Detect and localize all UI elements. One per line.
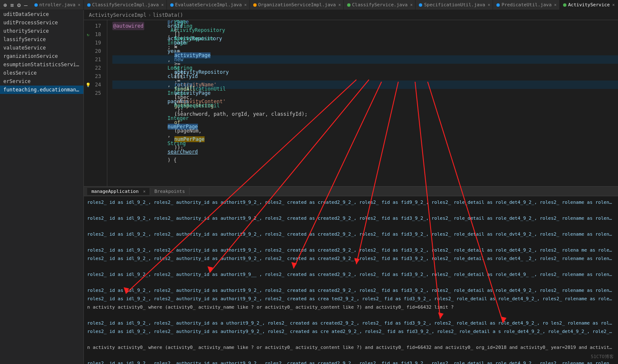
tab-specificationutil[interactable]: SpecificationUtil.java × bbox=[415, 0, 493, 10]
of-params: (pageNum, bbox=[174, 128, 205, 134]
tab-icons: ⊕ ≡ ⚙ — bbox=[0, 0, 31, 10]
sql-line-4: roles2_ id as idl_9_2_, roles2_ authorit… bbox=[87, 231, 615, 238]
tab-dot-controller bbox=[34, 3, 38, 7]
tab-close-predicateutil[interactable]: × bbox=[554, 3, 557, 7]
tab-label-classifyservice: ClassifyService.java bbox=[352, 2, 408, 8]
sql-line-10 bbox=[87, 279, 615, 286]
sidebar-item-authorityservice[interactable]: uthorityService bbox=[0, 27, 83, 35]
bottom-tab-breakpoints-label: Breakpoints bbox=[154, 189, 185, 194]
gutter-icon-20 bbox=[84, 47, 92, 55]
right-panel: ActivityServiceImpl › listData() ↻ bbox=[84, 10, 618, 364]
gutter-icons: ↻ 💡 bbox=[84, 20, 92, 186]
sql-output-area: roles2_ id as idl_9_2_, roles2_ authorit… bbox=[84, 196, 618, 364]
tab-organizationserviceimpl[interactable]: OrganizationServiceImpl.java × bbox=[250, 0, 344, 10]
sql-line-17 bbox=[87, 336, 615, 343]
sidebar-item-classifyservice[interactable]: lassifyService bbox=[0, 35, 83, 44]
sql-output-content: roles2_ id as idl_9_2_, roles2_ authorit… bbox=[84, 197, 618, 364]
gutter-icon-17 bbox=[84, 22, 92, 30]
sidebar-item-erservice[interactable]: erService bbox=[0, 77, 83, 86]
sidebar-item-organizationservice[interactable]: rganizationService bbox=[0, 52, 83, 60]
content-area: uditDataService uditProcessService uthor… bbox=[0, 10, 618, 364]
bottom-tab-breakpoints[interactable]: Breakpoints bbox=[150, 188, 190, 195]
gutter-icon-18: ↻ bbox=[84, 30, 92, 39]
tab-close-specificationutil[interactable]: × bbox=[488, 3, 490, 7]
tab-dot-organizationserviceimpl bbox=[253, 3, 257, 7]
tab-bar: ⊕ ≡ ⚙ — ntroller.java × ClassifyServiceI… bbox=[0, 0, 618, 10]
sidebar-item-auditdataservice[interactable]: uditDataService bbox=[0, 10, 83, 18]
code-line-25: return activityPage ; bbox=[112, 89, 618, 97]
gutter-icon-23 bbox=[84, 72, 92, 81]
tab-close-classifyserviceimpl[interactable]: × bbox=[161, 3, 164, 7]
tab-classifyservice[interactable]: ClassifyService.java × bbox=[344, 0, 416, 10]
breadcrumb-bar: ActivityServiceImpl › listData() bbox=[84, 10, 618, 20]
bottom-tab-manage-close[interactable]: × bbox=[143, 189, 145, 194]
tab-close-evaluateserviceimpl[interactable]: × bbox=[244, 3, 247, 7]
tab-label-classifyserviceimpl: ClassifyServiceImpl.java bbox=[92, 2, 159, 8]
tab-label-activityservice: ActivityService bbox=[568, 2, 610, 8]
sql-line-11: roles2_ id as idl_9_2_, roles2_ authorit… bbox=[87, 287, 615, 294]
tab-evaluateserviceimpl[interactable]: EvaluateServiceImpl.java × bbox=[167, 0, 250, 10]
tab-label-evaluateserviceimpl: EvaluateServiceImpl.java bbox=[175, 2, 242, 8]
breadcrumb-class: ActivityServiceImpl bbox=[89, 12, 146, 18]
code-editor: ↻ 💡 17 18 bbox=[84, 20, 618, 186]
sql-line-9: roles2_ id as idl_9_2_, roles2_ authorit… bbox=[87, 271, 615, 278]
sidebar-item-auditprocessservice[interactable]: uditProcessService bbox=[0, 18, 83, 27]
bottom-tab-manageapplication[interactable]: manageApplication × bbox=[87, 188, 150, 195]
tab-activityservice[interactable]: ActivityService × bbox=[560, 0, 618, 10]
sql-line-20: roles2_ id as idl_9_2_, roles2_ authorit… bbox=[87, 360, 615, 364]
line-num-17: 17 bbox=[92, 22, 104, 30]
line-num-19: 19 bbox=[92, 39, 104, 47]
tab-classifyserviceimpl[interactable]: ClassifyServiceImpl.java × bbox=[84, 0, 167, 10]
code-25-content: return activityPage ; bbox=[112, 72, 210, 114]
tab-dot-classifyservice bbox=[347, 3, 351, 7]
line-num-21: 21 bbox=[92, 55, 104, 64]
watermark: 51CTO博客 bbox=[591, 354, 614, 360]
editor-with-output: ActivityServiceImpl › listData() ↻ bbox=[84, 10, 618, 364]
sidebar-item-funteaching[interactable]: funteaching.educationmanage.Servi bbox=[0, 86, 83, 94]
var-activitypage-highlight: activityPage bbox=[174, 52, 211, 58]
tab-close-organizationserviceimpl[interactable]: × bbox=[338, 3, 341, 7]
tab-predicateutil[interactable]: PredicateUtil.java × bbox=[493, 0, 560, 10]
sidebar-item-evaluateservice[interactable]: valuateService bbox=[0, 44, 83, 52]
tab-label-organizationserviceimpl: OrganizationServiceImpl.java bbox=[258, 2, 336, 8]
sidebar-item-rolesservice[interactable]: olesService bbox=[0, 69, 83, 77]
gutter-icon-21 bbox=[84, 55, 92, 64]
sql-line-12: roles2_ id as idl_9_2_, roles2_ authorit… bbox=[87, 295, 615, 303]
page-wrapper: ⊕ ≡ ⚙ — ntroller.java × ClassifyServiceI… bbox=[0, 0, 618, 364]
breadcrumb-method: listData() bbox=[153, 12, 183, 18]
nav-icon-4[interactable]: — bbox=[23, 2, 28, 8]
nav-icon-1[interactable]: ⊕ bbox=[3, 2, 8, 8]
sql-line-where-1: n activity activity0_ where (activity0_ … bbox=[87, 304, 615, 311]
bottom-tabs-panel: manageApplication × Breakpoints bbox=[84, 186, 618, 196]
code-lines: @autowired private ActivityRepository ac… bbox=[107, 20, 618, 186]
tab-dot-classifyserviceimpl bbox=[87, 3, 91, 7]
tab-controller[interactable]: ntroller.java × bbox=[31, 0, 84, 10]
semicolon-25: ; bbox=[174, 99, 177, 104]
kw-return: return bbox=[174, 82, 196, 88]
line-num-23: 23 bbox=[92, 72, 104, 81]
tab-close-controller[interactable]: × bbox=[78, 3, 80, 7]
tab-label-predicateutil: PredicateUtil.java bbox=[501, 2, 551, 8]
type-activity-3: Activity bbox=[174, 36, 199, 42]
nav-icon-2[interactable]: ≡ bbox=[9, 2, 14, 8]
tab-dot-specificationutil bbox=[419, 3, 422, 7]
param-numperpage-24: numPerPage bbox=[174, 136, 205, 142]
line-num-20: 20 bbox=[92, 47, 104, 55]
assign-3: = bbox=[174, 61, 184, 67]
generic-a3: < bbox=[174, 27, 177, 33]
line-num-25: 25 bbox=[92, 89, 104, 97]
sql-line-15: roles2_ id as idl_9_2_, roles2_ authorit… bbox=[87, 320, 615, 327]
tab-close-activityservice[interactable]: × bbox=[612, 3, 615, 7]
gutter-icon-22 bbox=[84, 64, 92, 72]
bottom-tab-manageapplication-label: manageApplication bbox=[91, 189, 139, 194]
tab-close-classifyservice[interactable]: × bbox=[410, 3, 413, 7]
sql-line-where-2: n activity activity0_ where (activity0_ … bbox=[87, 344, 615, 351]
tab-dot-activityservice bbox=[563, 3, 566, 7]
tab-label-controller: ntroller.java bbox=[39, 2, 75, 8]
sql-line-5 bbox=[87, 239, 615, 246]
sql-line-8 bbox=[87, 263, 615, 270]
nav-icon-3[interactable]: ⚙ bbox=[16, 2, 21, 8]
type-page-24: Page bbox=[174, 20, 187, 25]
sidebar-item-resumptionstatisticsservice[interactable]: esumptionStatisticsService bbox=[0, 60, 83, 69]
generic-c3: > bbox=[174, 44, 180, 50]
